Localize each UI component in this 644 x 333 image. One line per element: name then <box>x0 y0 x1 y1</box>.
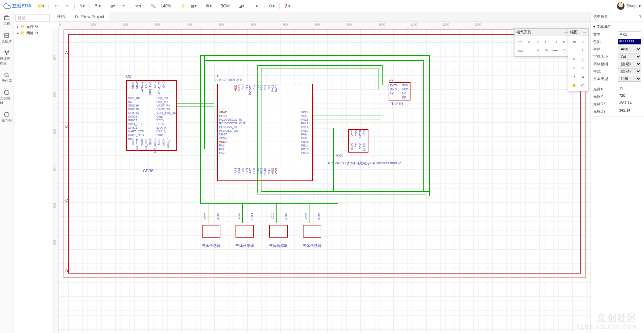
wire[interactable] <box>382 65 383 85</box>
freehand-tool[interactable]: ✎ <box>570 55 578 63</box>
user-menu[interactable]: Swen▾ <box>617 2 641 10</box>
wire[interactable] <box>200 55 429 56</box>
component-sensor[interactable] <box>269 225 288 238</box>
minimize-icon[interactable]: — <box>583 30 586 34</box>
view-menu[interactable]: 👁▾ <box>134 1 143 11</box>
prop-color-input[interactable]: #000080 <box>618 39 641 45</box>
arc-tool[interactable]: ◡ <box>570 47 578 54</box>
wire[interactable] <box>423 60 424 191</box>
prop-text-input[interactable] <box>618 31 641 37</box>
wire[interactable] <box>204 60 423 61</box>
wire[interactable] <box>261 69 261 191</box>
zoom-menu[interactable]: 🔍 <box>149 1 158 11</box>
edit-menu[interactable]: ✎▾ <box>77 1 87 11</box>
magic-button[interactable]: ✨ <box>178 1 187 11</box>
wire[interactable] <box>313 124 377 124</box>
wire[interactable] <box>379 69 379 89</box>
mk1-name: NRF24L01+功率加强版绑定2.4Gwireless module <box>328 161 401 166</box>
component-sensor[interactable] <box>202 225 220 238</box>
tab-new-project[interactable]: 🗋 *New Project <box>70 12 109 21</box>
file-menu[interactable]: 📁▾ <box>36 1 46 11</box>
canvas-area[interactable]: 0100200300400500600700800900100011001200… <box>52 22 590 333</box>
redo-button[interactable]: ↷ <box>62 1 72 11</box>
wire[interactable] <box>313 116 384 116</box>
netlabel-tool[interactable]: ⟍ <box>534 38 541 45</box>
palette-electrical[interactable]: 电气工具— 〰 ↗ ⟍ ⊏ ⊐ ⋔ vcc ⏊ ✕ ✎ ⟶ ⬚ <box>514 28 570 56</box>
rail-project[interactable]: 工程 <box>3 15 10 26</box>
wire[interactable] <box>209 203 209 223</box>
text-props-header[interactable]: ▾ 文本属性 <box>593 23 641 31</box>
rail-lcsc[interactable]: 立创商城 <box>0 89 13 106</box>
share-button[interactable]: ⚭ <box>252 1 261 11</box>
rail-library[interactable]: 基础库 <box>2 32 12 44</box>
help-button[interactable]: ❓▾ <box>282 1 292 11</box>
minimize-icon[interactable]: — <box>564 30 568 34</box>
prop-style-select[interactable]: (自动) <box>618 68 641 74</box>
rail-components[interactable]: 元件库 <box>2 72 12 83</box>
wire[interactable] <box>200 203 338 204</box>
wire[interactable] <box>242 203 243 223</box>
component-sensor[interactable] <box>236 225 254 238</box>
wire[interactable] <box>261 191 429 192</box>
filter-input[interactable] <box>15 14 50 22</box>
component-u1[interactable] <box>217 84 313 181</box>
wire[interactable] <box>310 203 310 223</box>
x-tool[interactable]: ✕ <box>534 47 541 54</box>
wire[interactable] <box>429 55 430 196</box>
prop-weight-select[interactable]: (自动) <box>618 61 641 67</box>
sel-tool[interactable]: ⬚ <box>560 47 568 54</box>
text-tool[interactable]: T <box>579 47 586 54</box>
wire[interactable] <box>261 69 379 69</box>
line-tool[interactable]: ▭ <box>570 38 578 45</box>
port-tool[interactable]: ⊐ <box>551 38 559 45</box>
tab-start[interactable]: 开始 <box>52 12 70 21</box>
prop-font-select[interactable]: Arial <box>618 46 641 52</box>
image-tool[interactable]: ◔ <box>570 73 578 80</box>
align-menu[interactable]: ⊞▾ <box>108 1 117 11</box>
polygon-tool[interactable]: ▱ <box>570 64 578 72</box>
component-sensor[interactable] <box>303 225 321 238</box>
wire[interactable] <box>200 55 201 203</box>
bom-button[interactable]: BOM <box>219 4 231 8</box>
circle-tool[interactable]: ○ <box>579 64 586 72</box>
wire[interactable] <box>257 65 382 66</box>
prop-size-select[interactable]: 7pt <box>618 53 641 59</box>
rail-design-manager[interactable]: 设计管理器 <box>0 50 13 66</box>
wire[interactable] <box>257 65 258 193</box>
noconnect-tool[interactable]: ⋔ <box>560 38 568 45</box>
wire[interactable] <box>177 103 214 103</box>
place-menu[interactable]: 📍▾ <box>93 1 102 11</box>
frame-tool[interactable]: ▢ <box>579 82 586 89</box>
layers-button[interactable]: ◪▾ <box>237 1 246 11</box>
polyline-tool[interactable]: ⟋ <box>579 38 586 45</box>
gnd-tool[interactable]: ⏊ <box>525 47 533 54</box>
wire[interactable] <box>177 107 214 107</box>
wire[interactable] <box>313 120 380 120</box>
pan-tool[interactable]: ✋ <box>570 82 578 89</box>
wire-tool[interactable]: 〰 <box>516 38 524 45</box>
netflag-tool[interactable]: ⊏ <box>543 38 550 45</box>
tree-components[interactable]: ▸ 📁元件 ↻ <box>15 24 50 30</box>
prop-type-select[interactable]: 注释 <box>618 76 641 82</box>
undo-button[interactable]: ↶ <box>51 1 61 11</box>
rail-jlc[interactable]: 嘉立创 <box>2 112 12 123</box>
wire[interactable] <box>313 128 333 128</box>
grid-button[interactable]: ▦▾ <box>189 1 198 11</box>
dim-tool[interactable]: ⟶ <box>551 47 559 54</box>
tools-menu[interactable]: 🛠▾ <box>204 1 213 11</box>
palette-drawing[interactable]: 绘图...— ▭ ⟋ ◡ T ✎ □ ▱ ○ ◔ ⬙ ✋ ▢ <box>568 28 589 91</box>
wire[interactable] <box>257 195 426 195</box>
pie-tool[interactable]: ⬙ <box>579 73 586 80</box>
bus-tool[interactable]: ↗ <box>525 38 533 45</box>
vcc-tool[interactable]: vcc <box>516 47 524 54</box>
rect-tool[interactable]: □ <box>579 55 586 63</box>
settings-button[interactable]: ⚙▾ <box>267 1 277 11</box>
wire[interactable] <box>204 55 205 149</box>
rotate-button[interactable]: ⟳ <box>118 1 128 11</box>
wire[interactable] <box>276 203 277 223</box>
wire[interactable] <box>333 128 334 192</box>
tree-nets[interactable]: ▸ 📁网络 ↻ <box>15 30 50 36</box>
probe-tool[interactable]: ✎ <box>543 47 550 54</box>
zoom-level[interactable]: 140% <box>159 4 173 8</box>
schematic-sheet[interactable]: A B C D U2 GPRS GPS_RFNCGPIO16GPIO15GPIO… <box>59 28 590 333</box>
